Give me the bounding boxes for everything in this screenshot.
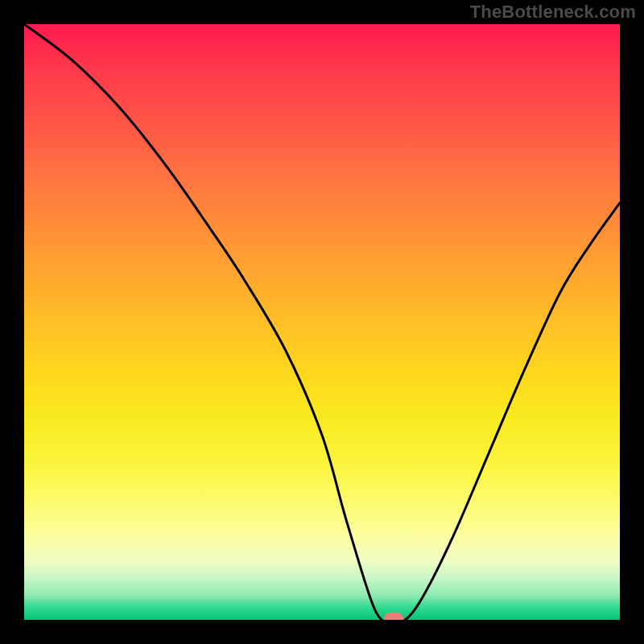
curve-path <box>24 24 620 620</box>
plot-area <box>24 24 620 620</box>
bottleneck-curve <box>24 24 620 620</box>
watermark-text: TheBottleneck.com <box>470 2 636 23</box>
chart-frame: TheBottleneck.com <box>0 0 644 644</box>
optimal-point-marker <box>384 613 403 620</box>
